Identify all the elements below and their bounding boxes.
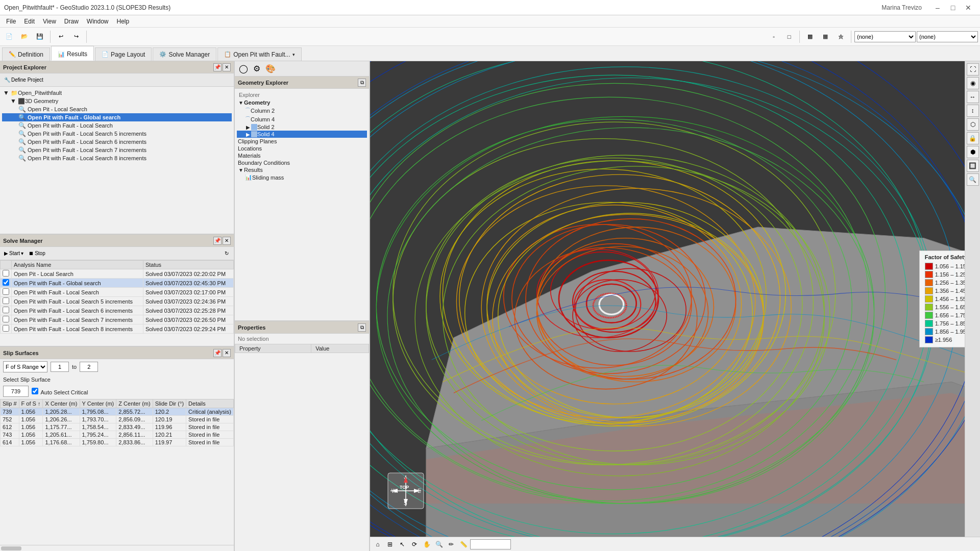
ss-pin-button[interactable]: 📌 (213, 349, 222, 357)
geo-view-btn-1[interactable]: ◯ (237, 64, 250, 74)
rsb-btn-9[interactable]: 🔍 (967, 173, 979, 186)
tree-item-global-search[interactable]: 🔍 Open Pit with Fault - Global search (2, 113, 232, 121)
geo-tree-column4[interactable]: ⌒ Column 4 (237, 115, 367, 123)
menu-help[interactable]: Help (113, 17, 134, 26)
tree-item-fault-5inc[interactable]: 🔍 Open Pit with Fault - Local Search 5 i… (2, 130, 232, 138)
3d-viewport[interactable]: Toe Y S W E (370, 61, 980, 537)
rsb-btn-5[interactable]: ⬡ (967, 118, 979, 131)
tab-solve-manager[interactable]: ⚙️ Solve Manager (153, 47, 216, 61)
geo-tree-results[interactable]: ▼ Results (237, 166, 367, 173)
rsb-btn-4[interactable]: ↕ (967, 105, 979, 117)
solve-table-row[interactable]: Open Pit - Local Search Solved 03/07/202… (1, 269, 234, 279)
ss-table-row[interactable]: 612 1.056 1,175.77... 1,758.54... 2,833.… (1, 423, 234, 431)
vb-pen-button[interactable]: ✏ (446, 539, 457, 550)
geo-tree-geometry[interactable]: ▼ Geometry (237, 99, 367, 106)
view-btn-1[interactable]: ◦ (767, 30, 781, 44)
rsb-btn-3[interactable]: ↔ (967, 91, 979, 103)
tree-item-local-search[interactable]: 🔍 Open Pit - Local Search (2, 105, 232, 113)
solve-row-check[interactable] (1, 324, 12, 334)
tree-item-fault-7inc[interactable]: 🔍 Open Pit with Fault - Local Search 7 i… (2, 146, 232, 154)
ss-scrollbar[interactable] (0, 545, 234, 551)
fos-range-select[interactable]: F of S Range All Custom (3, 361, 47, 372)
solve-row-check[interactable] (1, 306, 12, 315)
tree-item-fault-8inc[interactable]: 🔍 Open Pit with Fault - Local Search 8 i… (2, 154, 232, 162)
geo-tree-locations[interactable]: Locations (237, 145, 367, 152)
rsb-btn-8[interactable]: 🔲 (967, 160, 979, 172)
view-dropdown-1[interactable]: (none) (854, 31, 916, 42)
new-button[interactable]: 📄 (2, 30, 16, 44)
define-project-button[interactable]: 🔧 Define Project (2, 75, 45, 85)
geo-view-btn-2[interactable]: ⚙ (251, 64, 262, 74)
solve-row-check[interactable] (1, 315, 12, 324)
solve-row-check[interactable] (1, 288, 12, 297)
vb-rotate-button[interactable]: ⟳ (409, 539, 420, 550)
tab-open-pit[interactable]: 📋 Open Pit with Fault... ▾ (217, 47, 301, 61)
rsb-btn-6[interactable]: 🔒 (967, 132, 979, 144)
solve-row-check[interactable] (1, 269, 12, 279)
rsb-btn-2[interactable]: ◉ (967, 77, 979, 89)
vb-measure-button[interactable]: 📏 (458, 539, 469, 550)
menu-window[interactable]: Window (83, 17, 113, 26)
view-btn-2[interactable]: □ (782, 30, 796, 44)
sm-close-button[interactable]: ✕ (223, 237, 231, 245)
geo-tree-solid4[interactable]: ▶ Solid 4 (237, 131, 367, 138)
tree-item-fault-6inc[interactable]: 🔍 Open Pit with Fault - Local Search 6 i… (2, 138, 232, 146)
fos-range-to[interactable] (80, 362, 98, 372)
tab-page-layout[interactable]: 📄 Page Layout (95, 47, 152, 61)
vb-pan-button[interactable]: ✋ (421, 539, 432, 550)
solve-row-check[interactable] (1, 279, 12, 288)
ss-table-row[interactable]: 743 1.056 1,205.61... 1,795.24... 2,856.… (1, 431, 234, 439)
ss-table-row[interactable]: 614 1.056 1,176.68... 1,759.80... 2,833.… (1, 439, 234, 446)
solve-row-check[interactable] (1, 297, 12, 306)
geo-tree-boundary[interactable]: Boundary Conditions (237, 159, 367, 166)
refresh-button[interactable]: ↻ (222, 248, 232, 259)
sm-pin-button[interactable]: 📌 (213, 237, 222, 245)
pe-pin-button[interactable]: 📌 (213, 63, 222, 71)
view-btn-5[interactable]: ⛤ (834, 30, 848, 44)
vb-coordinates-input[interactable] (470, 539, 511, 549)
ss-close-button[interactable]: ✕ (223, 349, 231, 357)
auto-select-checkbox[interactable] (32, 388, 38, 394)
menu-edit[interactable]: Edit (20, 17, 39, 26)
save-button[interactable]: 💾 (33, 30, 47, 44)
vb-pointer-button[interactable]: ↖ (397, 539, 408, 550)
geo-popout-button[interactable]: ⧉ (358, 79, 366, 87)
solve-table-row[interactable]: Open Pit with Fault - Local Search 7 inc… (1, 315, 234, 324)
vb-grid-button[interactable]: ⊞ (384, 539, 396, 550)
pe-close-button[interactable]: ✕ (223, 63, 231, 71)
solve-table-row[interactable]: Open Pit with Fault - Local Search 8 inc… (1, 324, 234, 334)
geo-view-btn-3[interactable]: 🎨 (263, 64, 278, 74)
solve-table-row[interactable]: Open Pit with Fault - Local Search Solve… (1, 288, 234, 297)
geo-tree-clipping[interactable]: Clipping Planes (237, 138, 367, 145)
view-btn-3[interactable]: ▩ (803, 30, 817, 44)
fos-range-from[interactable] (51, 362, 69, 372)
view-dropdown-2[interactable]: (none) (917, 31, 978, 42)
close-button[interactable]: ✕ (961, 1, 976, 15)
tab-definition[interactable]: ✏️ Definition (2, 47, 50, 61)
props-popout-button[interactable]: ⧉ (358, 323, 366, 332)
geo-tree-solid2[interactable]: ▶ Solid 2 (237, 123, 367, 131)
tree-item-fault-local[interactable]: 🔍 Open Pit with Fault - Local Search (2, 121, 232, 130)
minimize-button[interactable]: – (930, 1, 945, 15)
solve-table-row[interactable]: Open Pit with Fault - Global search Solv… (1, 279, 234, 288)
vb-home-button[interactable]: ⌂ (372, 539, 383, 550)
geo-tree-materials[interactable]: Materials (237, 152, 367, 159)
view-btn-4[interactable]: ▦ (818, 30, 832, 44)
rsb-btn-1[interactable]: ⛶ (967, 63, 979, 76)
menu-draw[interactable]: Draw (60, 17, 83, 26)
geo-tree-column2[interactable]: ⌒ Column 2 (237, 106, 367, 115)
stop-button[interactable]: ⏹ Stop (27, 248, 47, 259)
menu-view[interactable]: View (39, 17, 60, 26)
menu-file[interactable]: File (2, 17, 20, 26)
rsb-btn-7[interactable]: ⬢ (967, 146, 979, 158)
tab-results[interactable]: 📊 Results (51, 46, 94, 61)
maximize-button[interactable]: □ (945, 1, 961, 15)
solve-table-row[interactable]: Open Pit with Fault - Local Search 6 inc… (1, 306, 234, 315)
tree-open-pitwithfault[interactable]: ▼ 📁 Open_Pitwithfault (2, 89, 232, 97)
vb-zoom-button[interactable]: 🔍 (433, 539, 445, 550)
solve-table-row[interactable]: Open Pit with Fault - Local Search 5 inc… (1, 297, 234, 306)
tree-3d-geometry[interactable]: ▼ ⬛ 3D Geometry (2, 97, 232, 105)
start-button[interactable]: ▶ Start ▾ (2, 248, 26, 259)
open-button[interactable]: 📂 (17, 30, 32, 44)
geo-tree-sliding-mass[interactable]: 📊 Sliding mass (237, 173, 367, 181)
